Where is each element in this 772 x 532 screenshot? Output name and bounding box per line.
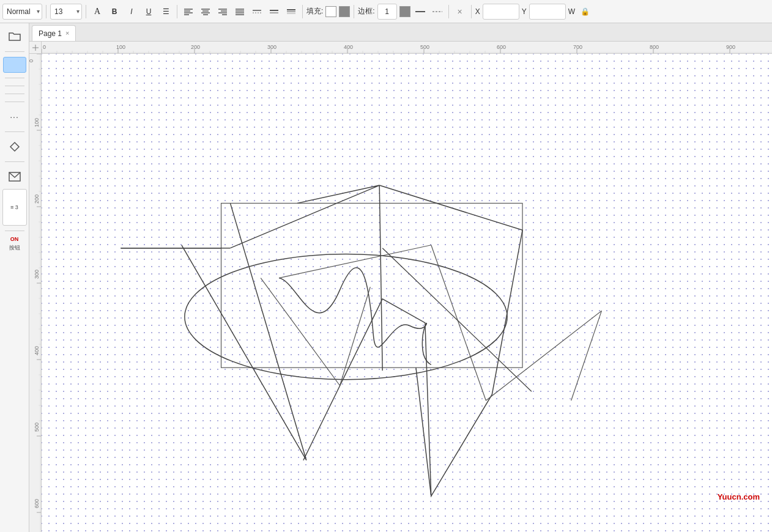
line-style-1-icon	[253, 7, 261, 16]
italic-button[interactable]: I	[124, 4, 139, 20]
underline-icon: U	[146, 7, 152, 16]
page-1-tab[interactable]: Page 1 ×	[32, 25, 76, 41]
separator-2	[86, 5, 86, 18]
separator-5	[354, 5, 354, 18]
sidebar-item-3[interactable]: ≡ 3	[2, 189, 27, 226]
line-style-2-button[interactable]	[267, 4, 281, 20]
fill-label: 填充:	[306, 6, 323, 17]
sidebar-div-7	[5, 161, 24, 162]
tab-label: Page 1	[39, 29, 62, 38]
svg-text:500: 500	[34, 423, 40, 432]
cross-diagonal[interactable]	[382, 248, 532, 392]
align-right-button[interactable]	[215, 4, 230, 20]
list-button[interactable]: ☰	[158, 4, 173, 20]
close-button[interactable]: ×	[453, 4, 467, 20]
sidebar-div-4	[5, 94, 24, 94]
lock-icon[interactable]: 🔒	[577, 4, 592, 20]
line-style-2-icon	[270, 7, 278, 16]
svg-text:900: 900	[726, 44, 735, 50]
svg-text:300: 300	[34, 270, 40, 279]
fill-color-dark[interactable]	[339, 6, 350, 17]
diagonal-line-4[interactable]	[571, 311, 602, 401]
align-center-button[interactable]	[198, 4, 213, 20]
sidebar-folder-icon[interactable]	[5, 27, 24, 46]
align-justify-button[interactable]	[232, 4, 247, 20]
border-style-1-icon	[415, 7, 425, 16]
sidebar-div-5	[5, 102, 24, 102]
svg-text:200: 200	[191, 44, 200, 50]
align-center-icon	[201, 7, 210, 16]
sidebar-div-6	[5, 131, 24, 132]
w-label: W	[568, 7, 575, 16]
border-style-2-button[interactable]	[430, 4, 445, 20]
svg-text:300: 300	[267, 44, 277, 50]
x-coord-input[interactable]	[483, 4, 519, 20]
font-size-select[interactable]: 13	[50, 4, 82, 20]
x-label: X	[475, 7, 480, 16]
sidebar-div-3	[5, 86, 24, 86]
tab-close-button[interactable]: ×	[65, 30, 69, 37]
tab-bar: Page 1 ×	[29, 23, 772, 42]
separator-7	[471, 5, 472, 18]
ruler-left: 0 100 200 300 400 500 600	[29, 54, 42, 532]
inner-lines[interactable]	[261, 278, 370, 386]
watermark: Yuucn.com	[718, 492, 760, 501]
svg-text:800: 800	[650, 44, 659, 50]
svg-marker-25	[10, 142, 19, 151]
bottom-spike[interactable]	[303, 299, 431, 497]
style-dropdown-wrap: Normal	[2, 4, 42, 20]
font-family-button[interactable]: A	[90, 4, 105, 20]
line-style-1-button[interactable]	[250, 4, 264, 20]
sidebar-item-3-label: ≡ 3	[10, 204, 18, 211]
svg-text:500: 500	[420, 44, 429, 50]
sidebar-shape-selected[interactable]	[3, 57, 26, 73]
underline-button[interactable]: U	[141, 4, 156, 20]
toolbar: Normal 13 A B I U ☰	[0, 0, 772, 23]
border-style-1-button[interactable]	[413, 4, 428, 20]
y-label: Y	[522, 7, 527, 16]
italic-icon: I	[130, 7, 132, 16]
svg-text:600: 600	[497, 44, 506, 50]
align-right-icon	[218, 7, 227, 16]
separator-1	[46, 5, 46, 18]
sidebar-on-label[interactable]: ON	[10, 236, 19, 242]
sidebar-button-label[interactable]: 按钮	[9, 245, 20, 251]
triangle-left[interactable]	[182, 203, 306, 460]
sidebar-div-8	[5, 231, 24, 231]
align-left-button[interactable]	[181, 4, 196, 20]
ruler-top-svg: 0 100 200 300 400 500 600 700 800 900	[42, 42, 772, 54]
separator-3	[177, 5, 177, 18]
list-icon: ☰	[163, 7, 169, 16]
y-coord-input[interactable]	[529, 4, 566, 20]
sidebar-diamond-icon[interactable]	[5, 137, 24, 157]
border-width-input[interactable]: 1	[377, 4, 397, 20]
inner-curve-1[interactable]	[279, 268, 431, 365]
fill-color-white[interactable]	[325, 6, 336, 17]
ellipse-shape[interactable]	[185, 254, 507, 379]
paragraph-style-select[interactable]: Normal	[2, 4, 42, 20]
border-label: 边框:	[358, 6, 374, 17]
more-dots: ···	[10, 112, 19, 122]
diagonal-line-3[interactable]	[486, 311, 601, 401]
border-color[interactable]	[399, 6, 410, 17]
canvas-paper[interactable]: Yuucn.com	[42, 54, 772, 532]
sidebar-more-icon[interactable]: ···	[5, 107, 24, 127]
right-shape[interactable]	[379, 185, 522, 496]
folder-icon-svg	[9, 31, 21, 42]
bold-button[interactable]: B	[107, 4, 122, 20]
vertical-line-center[interactable]	[379, 185, 382, 371]
crosshair-icon	[31, 43, 40, 52]
bold-icon: B	[112, 7, 117, 16]
separator-4	[302, 5, 303, 18]
diamond-icon-svg	[9, 141, 20, 152]
svg-text:400: 400	[34, 346, 40, 355]
svg-text:200: 200	[34, 194, 40, 204]
font-size-wrap: 13	[50, 4, 82, 20]
triangle-top[interactable]	[230, 185, 379, 248]
diagonal-line-2[interactable]	[431, 245, 486, 401]
left-sidebar: ··· ≡ 3 ON 按钮	[0, 23, 29, 532]
canvas-area[interactable]: 0 100 200 300 400 500 600 700 800 900	[29, 42, 772, 532]
drawing-svg[interactable]	[42, 54, 772, 532]
sidebar-mail-icon[interactable]	[5, 167, 24, 187]
line-style-3-button[interactable]	[284, 4, 299, 20]
